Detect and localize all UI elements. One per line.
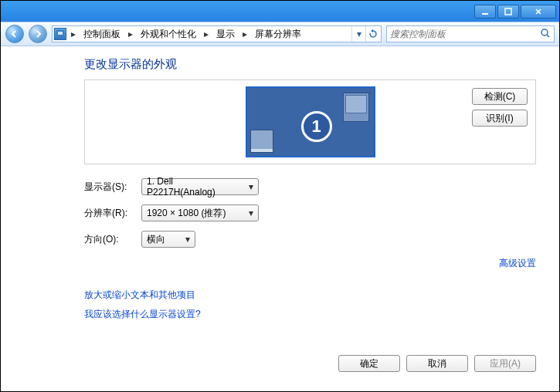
navbar: ▸ 控制面板 ▸ 外观和个性化 ▸ 显示 ▸ 屏幕分辨率 ▾ bbox=[1, 22, 559, 46]
preview-monitor-task bbox=[250, 130, 273, 153]
maximize-button[interactable] bbox=[497, 5, 519, 19]
content: 更改显示器的外观 1 检测(C) 识别(I) 显示器(S): bbox=[1, 46, 559, 391]
display-value: 1. Dell P2217H(Analog) bbox=[147, 176, 243, 198]
search-box[interactable] bbox=[386, 25, 555, 42]
help-link[interactable]: 我应该选择什么显示器设置? bbox=[84, 308, 536, 321]
display-dropdown[interactable]: 1. Dell P2217H(Analog) ▾ bbox=[141, 178, 259, 195]
titlebar bbox=[1, 1, 559, 22]
address-bar[interactable]: ▸ 控制面板 ▸ 外观和个性化 ▸ 显示 ▸ 屏幕分辨率 ▾ bbox=[52, 25, 382, 42]
preview-side-buttons: 检测(C) 识别(I) bbox=[472, 88, 528, 127]
chevron-down-icon: ▾ bbox=[249, 181, 253, 192]
chevron-right-icon: ▸ bbox=[127, 29, 134, 39]
orientation-value: 横向 bbox=[147, 233, 165, 246]
chevron-down-icon: ▾ bbox=[185, 234, 190, 245]
settings-form: 显示器(S): 1. Dell P2217H(Analog) ▾ 分辨率(R):… bbox=[84, 178, 536, 248]
display-label: 显示器(S): bbox=[84, 181, 141, 194]
page-title: 更改显示器的外观 bbox=[84, 57, 536, 72]
detect-button[interactable]: 检测(C) bbox=[472, 88, 528, 105]
footer-buttons: 确定 取消 应用(A) bbox=[338, 355, 536, 372]
advanced-settings-link[interactable]: 高级设置 bbox=[499, 258, 536, 269]
orientation-label: 方向(O): bbox=[84, 233, 141, 246]
cancel-button[interactable]: 取消 bbox=[406, 355, 468, 372]
monitor-preview-area: 1 检测(C) 识别(I) bbox=[84, 79, 536, 164]
svg-rect-3 bbox=[58, 32, 63, 35]
control-panel-icon bbox=[54, 28, 66, 40]
preview-monitor-number: 1 bbox=[301, 111, 332, 142]
chevron-right-icon: ▸ bbox=[241, 29, 249, 39]
close-button[interactable] bbox=[521, 5, 556, 19]
svg-rect-1 bbox=[505, 8, 511, 15]
identify-button[interactable]: 识别(I) bbox=[472, 110, 528, 127]
chevron-right-icon: ▸ bbox=[202, 29, 210, 39]
orientation-row: 方向(O): 横向 ▾ bbox=[84, 231, 536, 248]
preview-monitor-small bbox=[343, 93, 369, 122]
help-links: 放大或缩小文本和其他项目 我应该选择什么显示器设置? bbox=[84, 289, 536, 321]
breadcrumb-display[interactable]: 显示 bbox=[213, 25, 238, 42]
display-row: 显示器(S): 1. Dell P2217H(Analog) ▾ bbox=[84, 178, 536, 195]
apply-button[interactable]: 应用(A) bbox=[474, 355, 536, 372]
breadcrumb-resolution[interactable]: 屏幕分辨率 bbox=[252, 25, 304, 42]
svg-point-4 bbox=[541, 29, 548, 35]
monitor-preview[interactable]: 1 bbox=[246, 86, 375, 157]
breadcrumb-appearance[interactable]: 外观和个性化 bbox=[137, 25, 199, 42]
resolution-row: 分辨率(R): 1920 × 1080 (推荐) ▾ bbox=[84, 204, 536, 221]
svg-rect-0 bbox=[482, 13, 488, 15]
search-icon[interactable] bbox=[540, 28, 551, 41]
resolution-label: 分辨率(R): bbox=[84, 207, 141, 220]
zoom-text-link[interactable]: 放大或缩小文本和其他项目 bbox=[84, 289, 536, 302]
address-tail: ▾ bbox=[351, 26, 379, 42]
back-button[interactable] bbox=[5, 25, 24, 43]
chevron-down-icon: ▾ bbox=[249, 208, 253, 218]
search-input[interactable] bbox=[390, 29, 540, 39]
refresh-button[interactable] bbox=[365, 26, 379, 42]
orientation-dropdown[interactable]: 横向 ▾ bbox=[141, 231, 195, 248]
window: ▸ 控制面板 ▸ 外观和个性化 ▸ 显示 ▸ 屏幕分辨率 ▾ 更改显示器的外观 bbox=[0, 0, 560, 392]
ok-button[interactable]: 确定 bbox=[338, 355, 400, 372]
forward-button[interactable] bbox=[29, 25, 47, 43]
minimize-button[interactable] bbox=[474, 5, 496, 19]
resolution-dropdown[interactable]: 1920 × 1080 (推荐) ▾ bbox=[141, 204, 259, 221]
resolution-value: 1920 × 1080 (推荐) bbox=[147, 207, 226, 220]
breadcrumb-control-panel[interactable]: 控制面板 bbox=[80, 25, 124, 42]
history-dropdown-button[interactable]: ▾ bbox=[351, 26, 365, 42]
chevron-right-icon: ▸ bbox=[70, 29, 77, 39]
advanced-row: 高级设置 bbox=[84, 257, 536, 270]
